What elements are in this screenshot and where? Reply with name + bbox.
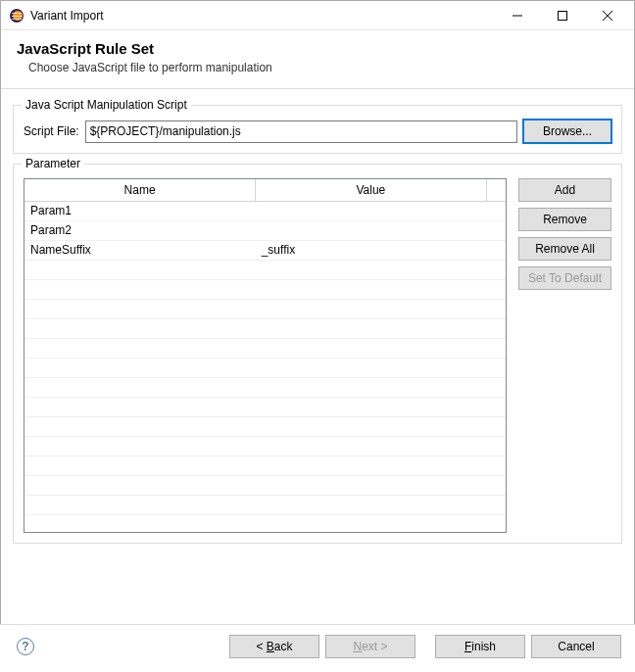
- svg-rect-3: [12, 16, 22, 17]
- window-controls: [495, 2, 630, 29]
- back-button[interactable]: < Back: [229, 635, 319, 658]
- script-file-label: Script File:: [24, 124, 79, 138]
- help-button[interactable]: ?: [14, 635, 37, 658]
- cancel-button[interactable]: Cancel: [531, 635, 621, 658]
- next-button: Next >: [325, 635, 415, 658]
- table-row[interactable]: Param2: [24, 220, 506, 240]
- table-row-empty: .: [24, 279, 506, 299]
- cell-name[interactable]: NameSuffix: [24, 240, 256, 260]
- remove-button[interactable]: Remove: [518, 208, 611, 231]
- close-button[interactable]: [585, 2, 630, 29]
- parameter-table[interactable]: Name Value Param1 Param2: [24, 178, 507, 533]
- cell-value[interactable]: _suffix: [256, 240, 486, 260]
- page-subtitle: Choose JavaScript file to perform manipu…: [17, 61, 618, 74]
- script-group: Java Script Manipulation Script Script F…: [13, 105, 622, 154]
- table-row-empty: .: [24, 358, 506, 377]
- svg-rect-2: [12, 13, 22, 14]
- add-button[interactable]: Add: [518, 178, 611, 202]
- eclipse-icon: [9, 8, 24, 24]
- help-icon: ?: [17, 638, 34, 655]
- set-to-default-button: Set To Default: [518, 266, 611, 290]
- maximize-button[interactable]: [540, 2, 585, 29]
- script-group-legend: Java Script Manipulation Script: [22, 98, 191, 112]
- remove-all-button[interactable]: Remove All: [518, 237, 611, 261]
- script-file-input[interactable]: [85, 120, 517, 143]
- content-area: Java Script Manipulation Script Script F…: [1, 89, 634, 557]
- wizard-footer: ? < Back Next > Finish Cancel: [0, 624, 635, 672]
- table-row-empty: .: [24, 318, 506, 338]
- table-row-empty: .: [24, 475, 506, 495]
- parameter-buttons: Add Remove Remove All Set To Default: [518, 178, 611, 533]
- minimize-button[interactable]: [495, 2, 540, 29]
- parameter-group-legend: Parameter: [22, 157, 84, 170]
- table-row-empty: .: [24, 260, 506, 279]
- titlebar: Variant Import: [1, 1, 634, 30]
- cell-value[interactable]: [256, 201, 486, 220]
- table-row-empty: .: [24, 338, 506, 358]
- cell-name[interactable]: Param2: [24, 220, 256, 240]
- table-row[interactable]: Param1: [24, 201, 506, 220]
- table-row-empty: .: [24, 436, 506, 456]
- cell-name[interactable]: Param1: [24, 201, 256, 220]
- wizard-banner: JavaScript Rule Set Choose JavaScript fi…: [1, 30, 634, 88]
- table-row[interactable]: NameSuffix _suffix: [24, 240, 506, 260]
- column-header-spacer: [486, 179, 506, 201]
- table-row-empty: .: [24, 495, 506, 514]
- page-title: JavaScript Rule Set: [17, 40, 618, 57]
- svg-rect-4: [12, 19, 22, 20]
- parameter-group: Parameter Name Value: [13, 164, 622, 544]
- finish-button[interactable]: Finish: [435, 635, 525, 658]
- svg-rect-6: [559, 11, 567, 20]
- table-row-empty: .: [24, 456, 506, 475]
- table-row-empty: .: [24, 397, 506, 416]
- table-row-empty: .: [24, 377, 506, 397]
- column-header-value[interactable]: Value: [256, 179, 486, 201]
- column-header-name[interactable]: Name: [24, 179, 256, 201]
- browse-button[interactable]: Browse...: [523, 120, 611, 143]
- table-row-empty: .: [24, 299, 506, 318]
- cell-value[interactable]: [256, 220, 486, 240]
- window-title: Variant Import: [30, 9, 495, 23]
- table-row-empty: .: [24, 416, 506, 436]
